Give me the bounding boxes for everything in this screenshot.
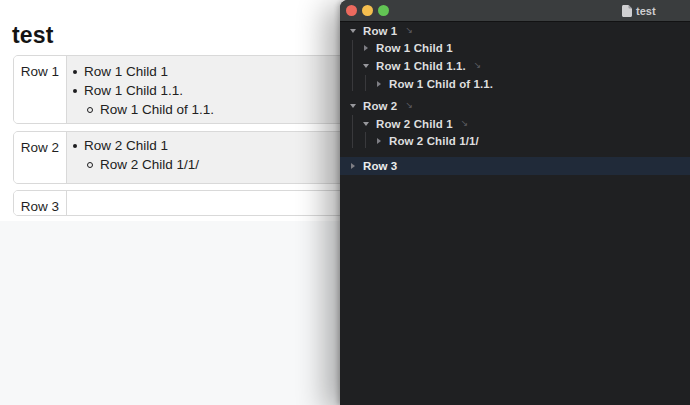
list-item: Row 2 Child 1: [67, 136, 357, 155]
outline-row-label: Row 1 Child 1: [376, 42, 453, 54]
outline-row-row1-childof11[interactable]: Row 1 Child of 1.1.: [340, 75, 690, 93]
window-titlebar[interactable]: test: [340, 0, 690, 22]
table-row: Row 2 Row 2 Child 1 Row 2 Child 1/1/: [13, 131, 358, 184]
disclosure-triangle-icon[interactable]: [349, 104, 357, 108]
focus-arrow-icon[interactable]: ↘: [474, 61, 482, 70]
outline-row-row2[interactable]: Row 2 ↘: [340, 97, 690, 115]
list-item: Row 1 Child 1: [67, 62, 357, 81]
window-title: test: [622, 0, 656, 21]
outline-row-row1[interactable]: Row 1 ↘: [340, 22, 690, 40]
disclosure-triangle-icon[interactable]: [349, 163, 357, 169]
outline-tree: Row 1 ↘ Row 1 Child 1 Row 1 Child 1.1. ↘…: [340, 22, 690, 175]
focus-arrow-icon[interactable]: ↘: [405, 26, 413, 35]
outline-row-label: Row 1 Child 1.1.: [376, 60, 466, 72]
list-item-text: Row 2 Child 1: [84, 138, 168, 153]
table-row-label: Row 3: [14, 191, 67, 215]
outline-row-label: Row 2 Child 1/1/: [389, 135, 479, 147]
indent-guide: [365, 75, 366, 91]
outline-row-row2-child11[interactable]: Row 2 Child 1/1/: [340, 132, 690, 150]
page-title: test: [12, 21, 54, 49]
disclosure-triangle-icon[interactable]: [375, 81, 383, 87]
indent-guide: [365, 132, 366, 148]
focus-arrow-icon[interactable]: ↘: [461, 119, 469, 128]
list-item: Row 1 Child 1.1.: [67, 81, 357, 100]
outline-row-label: Row 1 Child of 1.1.: [389, 78, 493, 90]
bullet-circle-icon: [87, 162, 93, 168]
disclosure-triangle-icon[interactable]: [375, 138, 383, 144]
screen: test Row 1 Row 1 Child 1 Row 1 Child 1.1…: [0, 0, 690, 405]
disclosure-triangle-icon[interactable]: [362, 64, 370, 68]
focus-arrow-icon[interactable]: ↘: [405, 101, 413, 110]
disclosure-triangle-icon[interactable]: [362, 45, 370, 51]
list-item-text: Row 1 Child 1.1.: [84, 83, 183, 98]
outline-row-label: Row 2 Child 1: [376, 118, 453, 130]
outline-row-label: Row 2: [363, 100, 397, 112]
bullet-disc-icon: [73, 89, 77, 93]
bullet-disc-icon: [73, 144, 77, 148]
outline-row-row2-child1[interactable]: Row 2 Child 1 ↘: [340, 115, 690, 133]
outline-row-row1-child11[interactable]: Row 1 Child 1.1. ↘: [340, 57, 690, 75]
list-item-text: Row 2 Child 1/1/: [100, 157, 199, 172]
indent-guide: [352, 40, 353, 91]
minimize-button[interactable]: [362, 5, 373, 16]
indent-guide: [352, 115, 353, 148]
disclosure-triangle-icon[interactable]: [362, 122, 370, 126]
table-row-content: [67, 191, 357, 215]
window-title-text: test: [636, 5, 656, 17]
outline-row-row3[interactable]: Row 3: [340, 157, 690, 175]
table-row-content: Row 1 Child 1 Row 1 Child 1.1. Row 1 Chi…: [67, 56, 357, 123]
zoom-button[interactable]: [378, 5, 389, 16]
table-row-label: Row 2: [14, 132, 67, 183]
list-item-text: Row 1 Child of 1.1.: [100, 102, 214, 117]
list-item: Row 2 Child 1/1/: [67, 155, 357, 174]
list-item: Row 1 Child of 1.1.: [67, 100, 357, 119]
traffic-lights: [346, 0, 389, 21]
list-item-text: Row 1 Child 1: [84, 64, 168, 79]
table-row-label: Row 1: [14, 56, 67, 123]
outline-row-label: Row 3: [363, 160, 397, 172]
close-button[interactable]: [346, 5, 357, 16]
table-row: Row 3: [13, 190, 358, 216]
outline-row-row1-child1[interactable]: Row 1 Child 1: [340, 40, 690, 58]
document-icon: [622, 5, 632, 17]
bullet-circle-icon: [87, 107, 93, 113]
disclosure-triangle-icon[interactable]: [349, 29, 357, 33]
table-row: Row 1 Row 1 Child 1 Row 1 Child 1.1. Row…: [13, 55, 358, 124]
table-row-content: Row 2 Child 1 Row 2 Child 1/1/: [67, 132, 357, 183]
outliner-window: test Row 1 ↘ Row 1 Child 1 Row 1 Child 1…: [340, 0, 690, 405]
bullet-disc-icon: [73, 70, 77, 74]
outline-row-label: Row 1: [363, 25, 397, 37]
